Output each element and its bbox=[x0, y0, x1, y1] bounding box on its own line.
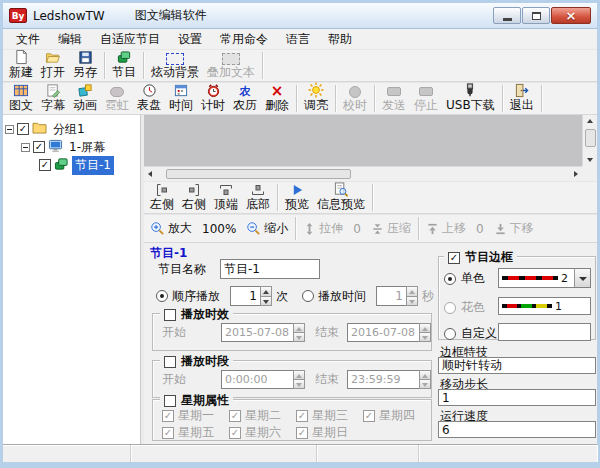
move-step-input[interactable]: 1 bbox=[438, 389, 596, 406]
time-button[interactable]: 时间 bbox=[165, 83, 197, 114]
period-end-input[interactable]: 23:59:59 bbox=[347, 370, 431, 389]
align-right-button[interactable]: 右侧 bbox=[178, 182, 210, 213]
tree-checkbox[interactable] bbox=[17, 123, 29, 135]
info-preview-button[interactable]: 信息预览 bbox=[313, 182, 369, 213]
weekday-sunday[interactable]: 星期日 bbox=[296, 424, 348, 441]
maximize-button[interactable] bbox=[522, 7, 550, 24]
menu-common-commands[interactable]: 常用命令 bbox=[211, 29, 277, 50]
overlay-text-button[interactable]: 叠加文本 bbox=[203, 50, 259, 81]
spin-down-icon[interactable] bbox=[419, 333, 431, 342]
menu-edit[interactable]: 编辑 bbox=[49, 29, 91, 50]
tree-item-label[interactable]: 节目-1 bbox=[72, 156, 114, 175]
exit-button[interactable]: 退出 bbox=[506, 83, 538, 114]
custom-color-radio[interactable] bbox=[444, 328, 456, 340]
dazzle-background-button[interactable]: 炫动背景 bbox=[147, 50, 203, 81]
chevron-down-icon[interactable] bbox=[574, 269, 590, 287]
weekday-saturday[interactable]: 星期六 bbox=[229, 424, 296, 441]
lunar-calendar-button[interactable]: 农 农历 bbox=[229, 83, 261, 114]
clock-dial-button[interactable]: 表盘 bbox=[133, 83, 165, 114]
play-order-radio[interactable] bbox=[156, 290, 168, 302]
timer-button[interactable]: 计时 bbox=[197, 83, 229, 114]
play-time-radio[interactable] bbox=[302, 290, 314, 302]
border-checkbox[interactable] bbox=[448, 252, 460, 264]
tree-item-label[interactable]: 1-屏幕 bbox=[66, 138, 108, 157]
weekday-friday[interactable]: 星期五 bbox=[162, 424, 229, 441]
move-up-button[interactable]: 上移 bbox=[422, 215, 470, 242]
menu-adaptive-program[interactable]: 自适应节目 bbox=[91, 29, 169, 50]
stretch-button[interactable]: 拉伸 bbox=[299, 215, 347, 242]
weekday-wednesday[interactable]: 星期三 bbox=[296, 407, 363, 424]
zoom-out-button[interactable]: 缩小 bbox=[242, 215, 292, 242]
play-order-label[interactable]: 顺序播放 bbox=[172, 288, 220, 305]
tree-item-group[interactable]: 分组1 bbox=[5, 120, 138, 138]
menu-language[interactable]: 语言 bbox=[277, 29, 319, 50]
align-left-button[interactable]: 左侧 bbox=[146, 182, 178, 213]
vertical-scroll-thumb[interactable] bbox=[585, 129, 596, 147]
run-speed-input[interactable]: 6 bbox=[438, 421, 596, 438]
scroll-down-icon[interactable] bbox=[587, 158, 593, 162]
brightness-button[interactable]: 调亮 bbox=[300, 83, 332, 114]
spin-up-icon[interactable] bbox=[260, 286, 272, 297]
spin-up-icon[interactable] bbox=[419, 370, 431, 380]
align-bottom-button[interactable]: 底部 bbox=[242, 182, 274, 213]
spin-up-icon[interactable] bbox=[419, 323, 431, 333]
close-button[interactable]: × bbox=[551, 7, 591, 24]
scroll-left-icon[interactable] bbox=[148, 171, 152, 177]
align-top-button[interactable]: 顶端 bbox=[210, 182, 242, 213]
collapse-icon[interactable] bbox=[5, 125, 14, 134]
single-color-combobox[interactable]: 2 bbox=[498, 268, 591, 288]
spin-down-icon[interactable] bbox=[419, 380, 431, 389]
menu-help[interactable]: 帮助 bbox=[319, 29, 361, 50]
usb-download-button[interactable]: USB下载 bbox=[442, 83, 499, 114]
multi-color-field[interactable]: 1 bbox=[498, 297, 591, 315]
border-effect-input[interactable]: 顺时针转动 bbox=[438, 357, 596, 374]
zoom-in-button[interactable]: 放大 bbox=[146, 215, 196, 242]
vertical-scrollbar[interactable] bbox=[582, 115, 597, 166]
play-time-label[interactable]: 播放时间 bbox=[318, 288, 366, 305]
spin-up-icon[interactable] bbox=[293, 370, 305, 380]
spin-down-icon[interactable] bbox=[260, 297, 272, 307]
validity-start-input[interactable]: 2015-07-08 bbox=[221, 323, 305, 342]
preview-button[interactable]: 预览 bbox=[281, 182, 313, 213]
spin-up-icon[interactable] bbox=[293, 323, 305, 333]
time-sync-button[interactable]: 校时 bbox=[339, 83, 371, 114]
tree-checkbox[interactable] bbox=[39, 159, 51, 171]
stop-button[interactable]: 停止 bbox=[410, 83, 442, 114]
single-color-label[interactable]: 单色 bbox=[461, 270, 485, 287]
minimize-button[interactable] bbox=[493, 7, 521, 24]
multi-color-label[interactable]: 花色 bbox=[461, 299, 485, 316]
graphic-text-button[interactable]: 图文 bbox=[5, 83, 37, 114]
multi-color-radio[interactable] bbox=[444, 302, 456, 314]
validity-checkbox[interactable] bbox=[164, 309, 176, 321]
new-button[interactable]: 新建 bbox=[5, 50, 37, 81]
tree-item-program[interactable]: 节目-1 bbox=[5, 156, 138, 174]
single-color-radio[interactable] bbox=[444, 273, 456, 285]
collapse-icon[interactable] bbox=[21, 143, 30, 152]
play-seconds-spinner[interactable]: 1 bbox=[376, 286, 418, 306]
tree-item-label[interactable]: 分组1 bbox=[50, 120, 88, 139]
horizontal-scroll-thumb[interactable] bbox=[166, 169, 351, 179]
animation-button[interactable]: 动画 bbox=[69, 83, 101, 114]
save-as-button[interactable]: 另存 bbox=[69, 50, 101, 81]
weekday-tuesday[interactable]: 星期二 bbox=[229, 407, 296, 424]
move-down-button[interactable]: 下移 bbox=[490, 215, 538, 242]
program-button[interactable]: 节目 bbox=[108, 50, 140, 81]
delete-button[interactable]: × 删除 bbox=[261, 83, 293, 114]
spin-up-icon[interactable] bbox=[406, 286, 418, 297]
program-name-input[interactable]: 节目-1 bbox=[220, 259, 320, 279]
custom-color-field[interactable] bbox=[498, 323, 591, 341]
subtitle-button[interactable]: 字幕 bbox=[37, 83, 69, 114]
validity-end-input[interactable]: 2016-07-08 bbox=[347, 323, 431, 342]
scroll-up-icon[interactable] bbox=[587, 119, 593, 123]
send-button[interactable]: 发送 bbox=[378, 83, 410, 114]
period-start-input[interactable]: 0:00:00 bbox=[221, 370, 305, 389]
spin-down-icon[interactable] bbox=[406, 297, 418, 307]
tree-checkbox[interactable] bbox=[33, 141, 45, 153]
play-count-spinner[interactable]: 1 bbox=[230, 286, 272, 306]
custom-color-label[interactable]: 自定义 bbox=[461, 325, 497, 342]
open-button[interactable]: 打开 bbox=[37, 50, 69, 81]
scroll-right-icon[interactable] bbox=[574, 171, 578, 177]
period-checkbox[interactable] bbox=[164, 356, 176, 368]
neon-button[interactable]: 霓虹 bbox=[101, 83, 133, 114]
menu-file[interactable]: 文件 bbox=[7, 29, 49, 50]
